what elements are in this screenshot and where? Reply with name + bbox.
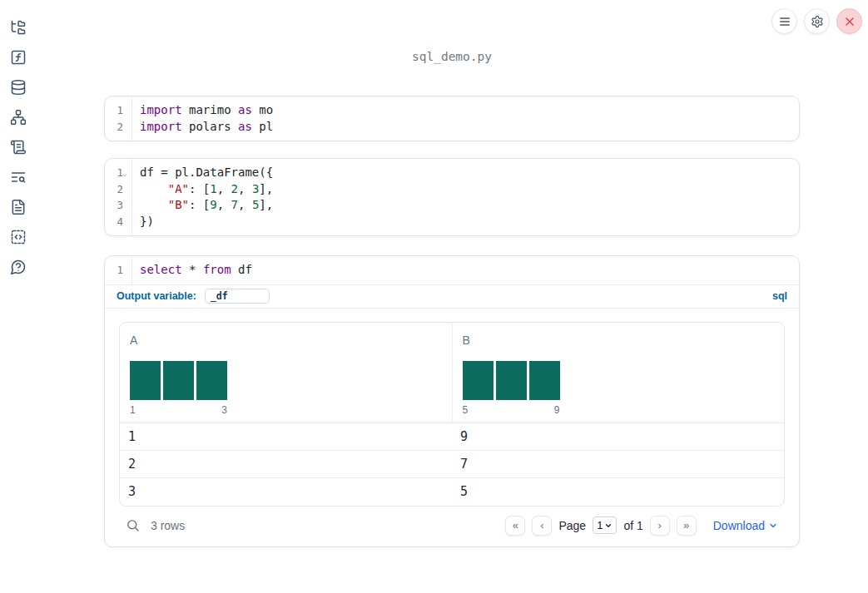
code-text: import marimo as mo bbox=[131, 102, 273, 119]
code-line[interactable]: 1import marimo as mo bbox=[105, 102, 799, 119]
code-text: "B": [9, 7, 5], bbox=[131, 197, 273, 214]
line-number: 2 bbox=[105, 119, 131, 136]
file-tree-icon[interactable] bbox=[10, 19, 27, 36]
code-text: df = pl.DataFrame({ bbox=[131, 165, 273, 181]
download-label: Download bbox=[713, 519, 765, 532]
code-text: import polars as pl bbox=[131, 119, 273, 136]
sql-cell[interactable]: 1select * from df Output variable: sql A… bbox=[104, 255, 800, 547]
cell-output: A13B59 192735 3 rows « ‹ Page 1 of 1 bbox=[105, 309, 799, 546]
page-select-value: 1 bbox=[597, 519, 603, 531]
chevron-down-icon bbox=[604, 521, 613, 530]
line-number: 1⌄ bbox=[105, 165, 131, 181]
database-icon[interactable] bbox=[10, 79, 27, 96]
histogram-axis: 13 bbox=[130, 404, 227, 416]
axis-max-label: 3 bbox=[221, 404, 227, 416]
table-cell[interactable]: 5 bbox=[452, 484, 784, 499]
output-variable-label: Output variable: bbox=[117, 290, 196, 302]
code-editor[interactable]: 1import marimo as mo2import polars as pl bbox=[105, 96, 799, 141]
sql-cell-footer: Output variable: sql bbox=[105, 285, 799, 308]
line-number: 4 bbox=[105, 214, 131, 230]
histogram-bar[interactable] bbox=[529, 361, 560, 400]
prev-page-button[interactable]: ‹ bbox=[532, 516, 552, 536]
notebook-title: sql_demo.py bbox=[104, 0, 800, 63]
row-count: 3 rows bbox=[151, 519, 185, 532]
code-cell-dataframe[interactable]: 1⌄df = pl.DataFrame({2 "A": [1, 2, 3],3 … bbox=[104, 158, 800, 236]
code-cell-imports[interactable]: 1import marimo as mo2import polars as pl bbox=[104, 96, 800, 141]
document-icon[interactable] bbox=[10, 199, 27, 215]
line-number: 3 bbox=[105, 197, 131, 214]
sidebar bbox=[0, 0, 37, 593]
notebook: sql_demo.py 1import marimo as mo2import … bbox=[104, 0, 800, 547]
last-page-button[interactable]: » bbox=[677, 516, 697, 536]
line-number: 1 bbox=[105, 102, 131, 119]
snippets-icon[interactable] bbox=[10, 229, 27, 245]
gear-icon bbox=[811, 15, 824, 28]
axis-min-label: 1 bbox=[130, 404, 136, 416]
column-header-a[interactable]: A13 bbox=[120, 323, 453, 423]
table-row[interactable]: 35 bbox=[120, 478, 784, 506]
column-header-b[interactable]: B59 bbox=[453, 323, 785, 423]
table-body: 192735 bbox=[120, 423, 784, 506]
dataframe-table: A13B59 192735 bbox=[119, 322, 785, 507]
table-cell[interactable]: 7 bbox=[452, 457, 784, 472]
table-cell[interactable]: 3 bbox=[120, 484, 452, 499]
help-icon[interactable] bbox=[10, 259, 27, 275]
code-line[interactable]: 1select * from df bbox=[105, 262, 799, 279]
code-editor[interactable]: 1select * from df bbox=[105, 256, 799, 284]
code-text: select * from df bbox=[131, 262, 252, 279]
code-line[interactable]: 4}) bbox=[105, 214, 799, 230]
column-name: B bbox=[463, 334, 775, 347]
axis-min-label: 5 bbox=[463, 404, 469, 416]
histogram-bar[interactable] bbox=[163, 361, 194, 400]
code-line[interactable]: 3 "B": [9, 7, 5], bbox=[105, 197, 799, 214]
dependency-graph-icon[interactable] bbox=[10, 109, 27, 126]
table-cell[interactable]: 1 bbox=[120, 429, 452, 444]
column-histogram[interactable] bbox=[130, 361, 227, 400]
line-number: 2 bbox=[105, 181, 131, 198]
axis-max-label: 9 bbox=[554, 404, 560, 416]
table-cell[interactable]: 9 bbox=[452, 429, 784, 444]
download-button[interactable]: Download bbox=[713, 519, 778, 532]
histogram-bar[interactable] bbox=[130, 361, 161, 400]
next-page-button[interactable]: › bbox=[650, 516, 670, 536]
code-text: "A": [1, 2, 3], bbox=[131, 181, 273, 198]
first-page-button[interactable]: « bbox=[505, 516, 525, 536]
histogram-bar[interactable] bbox=[463, 361, 494, 400]
settings-button[interactable] bbox=[804, 8, 830, 34]
code-line[interactable]: 2 "A": [1, 2, 3], bbox=[105, 181, 799, 198]
histogram-axis: 59 bbox=[463, 404, 560, 416]
histogram-bar[interactable] bbox=[496, 361, 527, 400]
close-icon bbox=[843, 15, 856, 28]
search-icon[interactable] bbox=[126, 518, 140, 532]
functions-icon[interactable] bbox=[10, 49, 27, 66]
output-variable-input[interactable] bbox=[205, 289, 270, 304]
chevron-down-icon bbox=[768, 521, 778, 531]
page-label: Page bbox=[558, 519, 586, 532]
table-footer: 3 rows « ‹ Page 1 of 1 › » Download bbox=[119, 507, 785, 545]
page-of-label: of 1 bbox=[623, 519, 642, 532]
code-line[interactable]: 2import polars as pl bbox=[105, 119, 799, 136]
code-line[interactable]: 1⌄df = pl.DataFrame({ bbox=[105, 165, 799, 181]
table-row[interactable]: 27 bbox=[120, 451, 784, 478]
scroll-icon[interactable] bbox=[10, 139, 27, 156]
table-header: A13B59 bbox=[120, 323, 784, 423]
line-number: 1 bbox=[105, 262, 131, 279]
table-row[interactable]: 19 bbox=[120, 423, 784, 451]
fold-chevron-icon[interactable]: ⌄ bbox=[122, 166, 126, 182]
table-cell[interactable]: 2 bbox=[120, 457, 452, 472]
code-editor[interactable]: 1⌄df = pl.DataFrame({2 "A": [1, 2, 3],3 … bbox=[105, 159, 799, 235]
column-histogram[interactable] bbox=[463, 361, 560, 400]
page-select[interactable]: 1 bbox=[593, 516, 617, 534]
language-badge: sql bbox=[772, 290, 787, 302]
histogram-bar[interactable] bbox=[196, 361, 227, 400]
code-text: }) bbox=[131, 214, 154, 230]
list-search-icon[interactable] bbox=[10, 169, 27, 185]
pagination: « ‹ Page 1 of 1 › » Download bbox=[505, 516, 778, 536]
shutdown-button[interactable] bbox=[836, 8, 862, 34]
column-name: A bbox=[130, 334, 442, 347]
